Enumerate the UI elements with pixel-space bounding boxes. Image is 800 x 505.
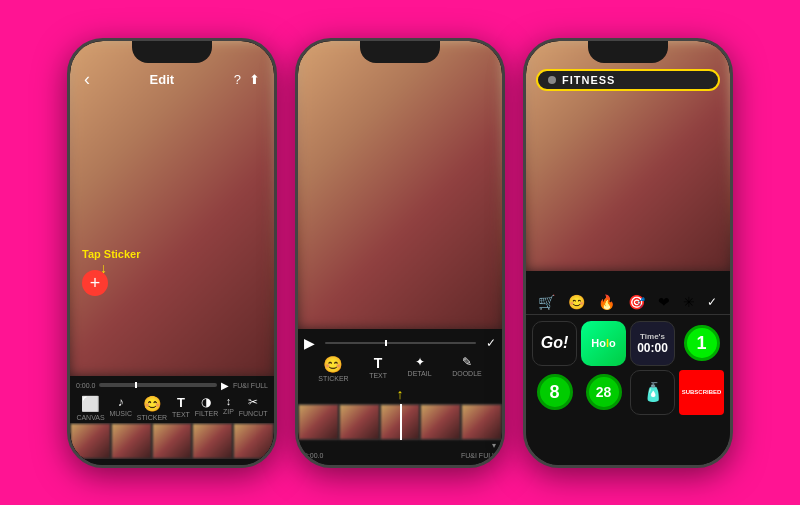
holo-label: Holo: [591, 337, 615, 349]
top-icons: ? ⬆: [234, 72, 260, 87]
phone-3-screen: FITNESS 🛒 😊 🔥 🎯 ❤ ✳ ✓ Go! H: [526, 41, 730, 465]
filter-tool[interactable]: ◑FILTER: [195, 395, 219, 421]
timeline-line: [400, 404, 402, 440]
filmstrip-frame: [192, 423, 233, 459]
bottom-toolbar: 0:00.0 ▶ FU&I FULL ⬜CANVAS ♪MUSIC 😊STICK…: [70, 376, 274, 465]
chevron-row: ▾: [298, 440, 502, 451]
number8-label: 8: [549, 382, 559, 403]
sticker-1[interactable]: 1: [684, 325, 720, 361]
help-icon[interactable]: ?: [234, 72, 241, 87]
text-tool[interactable]: TTEXT: [172, 395, 190, 421]
sticker-grid: Go! Holo Time's 00:00 1 8 28: [526, 315, 730, 421]
filmstrip-frame: [111, 423, 152, 459]
sticker-go[interactable]: Go!: [532, 321, 577, 366]
filmstrip-frame-2: [298, 404, 339, 440]
timeline-play[interactable]: ▶: [221, 380, 229, 391]
category-row: 🛒 😊 🔥 🎯 ❤ ✳ ✓: [526, 290, 730, 315]
filmstrip-2: [298, 404, 502, 440]
cat-target-icon[interactable]: 🎯: [628, 294, 645, 310]
sticker-28[interactable]: 28: [586, 374, 622, 410]
back-button[interactable]: ‹: [84, 69, 90, 90]
cat-bag-icon[interactable]: 🛒: [538, 294, 555, 310]
sticker-hint-text: Tap Sticker: [82, 248, 141, 260]
chevron-down-icon: ▾: [492, 441, 496, 450]
sticker-tool[interactable]: 😊STICKER: [137, 395, 167, 421]
canvas-tool[interactable]: ⬜CANVAS: [76, 395, 104, 421]
search-bar[interactable]: FITNESS: [536, 69, 720, 91]
subscribed-label: SUBSCRIBED: [682, 389, 722, 395]
tool-icons-row: ⬜CANVAS ♪MUSIC 😊STICKER TTEXT ◑FILTER ↕Z…: [70, 393, 274, 423]
cat-check-icon[interactable]: ✓: [707, 295, 717, 309]
filmstrip-frame-2: [339, 404, 380, 440]
phone-1: ‹ Edit ? ⬆ Tap Sticker ↓ + 0:00.0: [67, 38, 277, 468]
filmstrip-frame: [233, 423, 274, 459]
detail-tool-2[interactable]: ✦ DETAIL: [408, 355, 432, 382]
sticker-times[interactable]: Time's 00:00: [630, 321, 675, 366]
cat-emoji-icon[interactable]: 😊: [568, 294, 585, 310]
tool-row-2: 😊 STICKER T TEXT ✦ DETAIL ✎ DOODLE: [298, 353, 502, 384]
sticker-holo[interactable]: Holo: [581, 321, 626, 366]
text-tool-2[interactable]: T TEXT: [369, 355, 387, 382]
cat-heart-icon[interactable]: ❤: [658, 294, 670, 310]
times-title: Time's: [640, 332, 665, 341]
play-row: ▶ ✓: [298, 333, 502, 353]
phone-3: FITNESS 🛒 😊 🔥 🎯 ❤ ✳ ✓ Go! H: [523, 38, 733, 468]
funcut-tool[interactable]: ✂FUNCUT: [239, 395, 268, 421]
doodle-tool-2[interactable]: ✎ DOODLE: [452, 355, 482, 382]
checkmark-icon[interactable]: ✓: [486, 336, 496, 350]
time-start: 0:00.0: [304, 452, 323, 459]
go-label: Go!: [541, 334, 569, 352]
times-time: 00:00: [637, 341, 668, 355]
sticker-subscribed[interactable]: SUBSCRIBED: [679, 370, 724, 415]
number1-label: 1: [696, 333, 706, 354]
search-text: FITNESS: [562, 74, 615, 86]
filmstrip-frame: [70, 423, 111, 459]
bottle-icon: 🧴: [642, 381, 664, 403]
sticker-arrow: ↓: [100, 260, 141, 276]
share-icon[interactable]: ⬆: [249, 72, 260, 87]
timeline-row: 0:00.0 ▶ FU&I FULL: [70, 378, 274, 393]
music-tool[interactable]: ♪MUSIC: [109, 395, 132, 421]
video-area-2: [298, 41, 502, 329]
top-bar: ‹ Edit ? ⬆: [70, 41, 274, 94]
up-arrow-icon: ↑: [397, 386, 404, 402]
timeline-end: FU&I FULL: [233, 382, 268, 389]
filmstrip-frame-2: [420, 404, 461, 440]
phone-2-screen: ▶ ✓ 😊 STICKER T TEXT ✦ DETAIL: [298, 41, 502, 465]
filmstrip-frame: [152, 423, 193, 459]
plus-button[interactable]: +: [82, 270, 108, 296]
video-blur-2: [298, 41, 502, 329]
phone-2: ▶ ✓ 😊 STICKER T TEXT ✦ DETAIL: [295, 38, 505, 468]
arrow-row: ↑: [298, 384, 502, 404]
number28-label: 28: [596, 384, 612, 400]
video-area-3: FITNESS: [526, 41, 730, 271]
timeline-bar[interactable]: [99, 383, 217, 387]
play-button[interactable]: ▶: [304, 335, 315, 351]
bottom-section-2: ▶ ✓ 😊 STICKER T TEXT ✦ DETAIL: [298, 329, 502, 465]
sticker-8[interactable]: 8: [537, 374, 573, 410]
phone-1-screen: ‹ Edit ? ⬆ Tap Sticker ↓ + 0:00.0: [70, 41, 274, 465]
sticker-tool-2[interactable]: 😊 STICKER: [318, 355, 348, 382]
edit-title: Edit: [150, 72, 175, 87]
cat-fire-icon[interactable]: 🔥: [598, 294, 615, 310]
filmstrip-frame-2: [461, 404, 502, 440]
sticker-bottle[interactable]: 🧴: [630, 370, 675, 415]
zip-tool[interactable]: ↕ZIP: [223, 395, 234, 421]
timeline-info: 0:00.0: [76, 382, 95, 389]
time-end: FU&I FULL: [461, 452, 496, 459]
cat-star-icon[interactable]: ✳: [683, 294, 695, 310]
search-dot: [548, 76, 556, 84]
filmstrip: [70, 423, 274, 459]
sticker-panel: 🛒 😊 🔥 🎯 ❤ ✳ ✓ Go! Holo Time's 00:: [526, 290, 730, 465]
